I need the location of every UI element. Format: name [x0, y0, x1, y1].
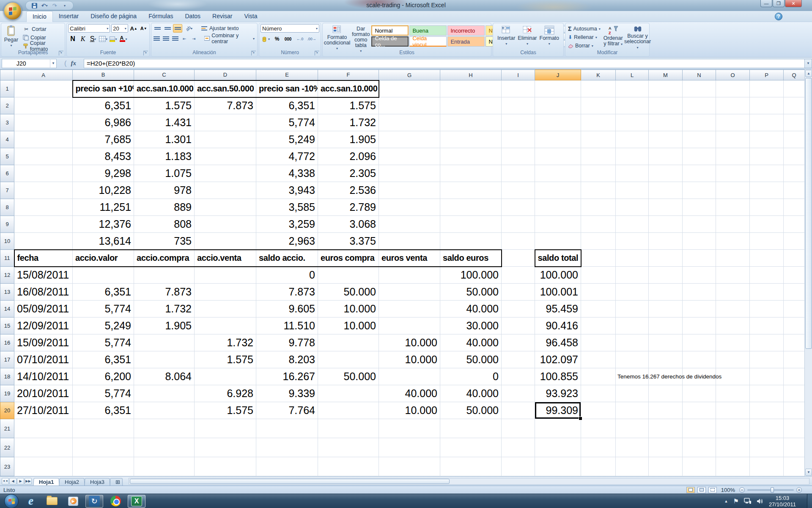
cell-Q4[interactable] — [784, 131, 805, 148]
cell-G2[interactable] — [379, 97, 440, 114]
cell-E11[interactable]: saldo accio. — [256, 250, 318, 267]
cell-I3[interactable] — [502, 114, 535, 131]
cell-P4[interactable] — [750, 131, 784, 148]
cell-H13[interactable]: 50.000 — [440, 284, 502, 301]
cell-F21[interactable] — [318, 419, 379, 438]
zoom-level[interactable]: 100% — [721, 487, 735, 493]
zoom-slider-handle[interactable] — [771, 487, 774, 493]
sort-filter-button[interactable]: A Z Ordenar y filtrar ▾ — [604, 24, 623, 50]
cell-B15[interactable]: 5,249 — [73, 318, 134, 334]
cell-K5[interactable] — [581, 148, 616, 165]
decrease-indent-button[interactable]: ⇤ — [180, 34, 189, 43]
cell-O23[interactable] — [716, 457, 750, 476]
cell-N2[interactable] — [683, 97, 716, 114]
row-header-9[interactable]: 9 — [0, 216, 14, 233]
cell-F2[interactable]: 1.575 — [318, 97, 379, 114]
cell-A8[interactable] — [14, 199, 73, 216]
cell-H19[interactable]: 40.000 — [440, 385, 502, 402]
cell-A21[interactable] — [14, 419, 73, 438]
scroll-down-arrow[interactable]: ▼ — [805, 469, 812, 476]
cell-K23[interactable] — [581, 457, 616, 476]
cell-C13[interactable]: 7.873 — [134, 284, 195, 301]
cell-O16[interactable] — [716, 334, 750, 351]
cell-J7[interactable] — [535, 182, 581, 199]
comma-style-button[interactable]: 000 — [283, 35, 294, 43]
row-header-2[interactable]: 2 — [0, 97, 14, 114]
cell-Q13[interactable] — [784, 284, 805, 301]
taskbar-clock[interactable]: 15:0327/10/2011 — [769, 495, 802, 508]
cell-P10[interactable] — [750, 233, 784, 250]
cell-F6[interactable]: 2.305 — [318, 165, 379, 182]
cell-C17[interactable] — [134, 351, 195, 368]
row-header-1[interactable]: 1 — [0, 80, 14, 97]
cell-M23[interactable] — [649, 457, 683, 476]
cell-E16[interactable]: 9.778 — [256, 334, 318, 351]
cell-E8[interactable]: 3,585 — [256, 199, 318, 216]
cell-A18[interactable]: 14/10/2011 — [14, 368, 73, 385]
cell-E14[interactable]: 9.605 — [256, 301, 318, 318]
accounting-format-button[interactable]: ▾ — [261, 35, 272, 43]
align-bottom-button[interactable] — [173, 24, 182, 33]
row-header-16[interactable]: 16 — [0, 334, 14, 351]
cell-I17[interactable] — [502, 351, 535, 368]
cell-J11[interactable]: saldo total — [535, 250, 581, 267]
row-header-15[interactable]: 15 — [0, 318, 14, 334]
cell-Q5[interactable] — [784, 148, 805, 165]
row-header-3[interactable]: 3 — [0, 114, 14, 131]
save-button[interactable] — [30, 2, 38, 9]
cell-F18[interactable]: 50.000 — [318, 368, 379, 385]
cell-F8[interactable]: 2.789 — [318, 199, 379, 216]
cell-I7[interactable] — [502, 182, 535, 199]
insert-worksheet-tab[interactable]: ⊞ — [110, 478, 123, 486]
cell-M13[interactable] — [649, 284, 683, 301]
network-icon[interactable] — [744, 498, 752, 504]
cell-B13[interactable]: 6,351 — [73, 284, 134, 301]
help-button[interactable]: ? — [775, 13, 782, 20]
cell-D16[interactable]: 1.732 — [195, 334, 256, 351]
borders-button[interactable]: ▾ — [99, 35, 108, 43]
cell-J5[interactable] — [535, 148, 581, 165]
redo-button[interactable]: ↷ — [50, 2, 59, 9]
cell-P7[interactable] — [750, 182, 784, 199]
cell-F10[interactable]: 3.375 — [318, 233, 379, 250]
cell-B12[interactable] — [73, 267, 134, 284]
column-header-N[interactable]: N — [683, 70, 716, 80]
cell-I6[interactable] — [502, 165, 535, 182]
cell-C22[interactable] — [134, 438, 195, 457]
cell-style-normal[interactable]: Normal — [371, 25, 409, 36]
cell-K1[interactable] — [581, 80, 616, 97]
cell-B22[interactable] — [73, 438, 134, 457]
cell-F13[interactable]: 50.000 — [318, 284, 379, 301]
cell-N4[interactable] — [683, 131, 716, 148]
cell-C23[interactable] — [134, 457, 195, 476]
cell-B23[interactable] — [73, 457, 134, 476]
cell-C4[interactable]: 1.301 — [134, 131, 195, 148]
cell-F1[interactable]: acc.san.10.000 — [318, 80, 379, 97]
number-dialog-launcher[interactable] — [315, 51, 319, 55]
cell-L15[interactable] — [616, 318, 649, 334]
zoom-out-button[interactable]: − — [739, 487, 745, 493]
ribbon-tab-dise-o-de-p-gina[interactable]: Diseño de página — [85, 11, 143, 22]
cell-H4[interactable] — [440, 131, 502, 148]
row-header-18[interactable]: 18 — [0, 368, 14, 385]
cell-G18[interactable] — [379, 368, 440, 385]
cell-Q16[interactable] — [784, 334, 805, 351]
cell-N15[interactable] — [683, 318, 716, 334]
cell-O2[interactable] — [716, 97, 750, 114]
cell-L8[interactable] — [616, 199, 649, 216]
cell-O12[interactable] — [716, 267, 750, 284]
start-button[interactable] — [4, 494, 19, 508]
cell-O1[interactable] — [716, 80, 750, 97]
cell-N23[interactable] — [683, 457, 716, 476]
column-header-B[interactable]: B — [73, 70, 134, 80]
column-header-C[interactable]: C — [134, 70, 195, 80]
cell-G9[interactable] — [379, 216, 440, 233]
cell-L19[interactable] — [616, 385, 649, 402]
ribbon-tab-datos[interactable]: Datos — [179, 11, 207, 22]
taskbar-media-player[interactable]: ▶ — [64, 495, 82, 508]
cell-K10[interactable] — [581, 233, 616, 250]
cell-D17[interactable]: 1.575 — [195, 351, 256, 368]
cell-C12[interactable] — [134, 267, 195, 284]
row-header-20[interactable]: 20 — [0, 402, 14, 419]
cell-H18[interactable]: 0 — [440, 368, 502, 385]
